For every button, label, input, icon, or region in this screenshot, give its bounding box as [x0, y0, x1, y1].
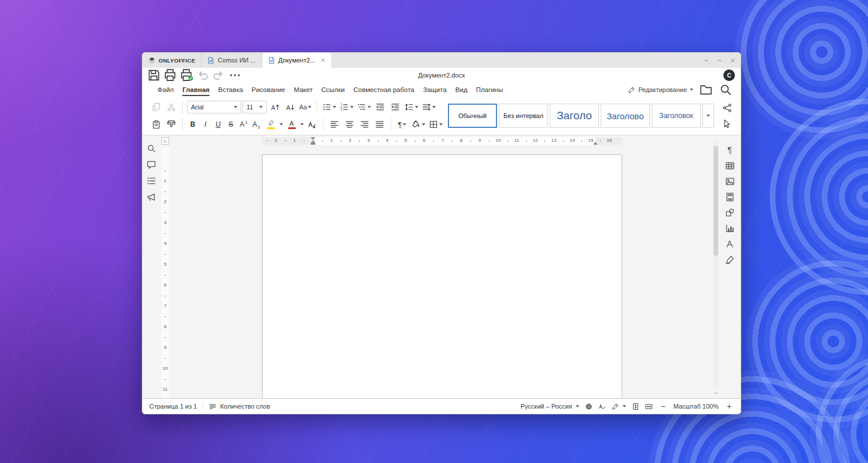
- chevron-down-icon[interactable]: [279, 123, 283, 126]
- menu-protection[interactable]: Защита: [423, 86, 447, 93]
- vertical-scrollbar[interactable]: [713, 138, 718, 388]
- save-button[interactable]: [147, 69, 161, 82]
- bullet-list-button[interactable]: [321, 100, 337, 114]
- increase-indent-button[interactable]: [388, 100, 402, 114]
- chevron-down-icon: [403, 123, 406, 126]
- fit-page-button[interactable]: [632, 403, 639, 410]
- spellcheck-icon: [598, 403, 606, 410]
- left-panel: [142, 135, 160, 398]
- header-footer-settings-button[interactable]: [725, 192, 735, 202]
- align-center-button[interactable]: [343, 117, 356, 131]
- clear-formatting-button[interactable]: [305, 117, 319, 131]
- shape-settings-button[interactable]: [725, 208, 735, 218]
- word-count-button[interactable]: Количество слов: [209, 403, 270, 410]
- ruler-number: 10: [495, 138, 502, 143]
- scrollbar-thumb[interactable]: [713, 146, 718, 256]
- feedback-panel-button[interactable]: [146, 192, 156, 202]
- right-indent-marker[interactable]: [593, 142, 598, 145]
- signature-settings-button[interactable]: [725, 255, 735, 264]
- ruler-number: 8: [458, 138, 465, 143]
- language-selector[interactable]: Русский – Россия: [521, 403, 579, 410]
- bold-button[interactable]: B: [187, 117, 198, 131]
- search-panel-button[interactable]: [146, 144, 156, 153]
- style-label: Без интервал: [503, 112, 543, 119]
- quick-print-button[interactable]: [179, 69, 193, 82]
- chevron-down-icon: [333, 106, 336, 108]
- chart-settings-button[interactable]: [725, 223, 735, 233]
- customize-quick-access-button[interactable]: [228, 69, 242, 82]
- menu-draw[interactable]: Рисование: [252, 86, 285, 93]
- nonprinting-characters-button[interactable]: ¶: [395, 117, 409, 131]
- zoom-in-button[interactable]: +: [724, 402, 734, 411]
- multilevel-list-button[interactable]: [356, 100, 372, 114]
- tab-document-2[interactable]: Документ2...: [262, 53, 332, 68]
- ruler-tick: [470, 140, 471, 142]
- align-right-button[interactable]: [358, 117, 372, 131]
- paragraph-settings-button[interactable]: ¶: [727, 145, 732, 155]
- menu-home[interactable]: Главная: [182, 86, 209, 93]
- document-page[interactable]: [262, 155, 622, 398]
- menu-file[interactable]: Файл: [157, 86, 174, 93]
- chevron-down-icon[interactable]: [300, 123, 304, 126]
- superscript-button[interactable]: A 1: [238, 117, 249, 131]
- numbered-list-button[interactable]: [339, 100, 355, 114]
- fit-width-button[interactable]: [645, 403, 653, 410]
- track-changes-button[interactable]: [612, 403, 626, 410]
- redo-button[interactable]: [212, 69, 226, 82]
- decrease-indent-button[interactable]: [373, 100, 387, 114]
- tab-stop-selector[interactable]: L: [161, 137, 169, 145]
- strikethrough-button[interactable]: S: [225, 117, 237, 131]
- shading-color-button[interactable]: [410, 117, 426, 131]
- onlyoffice-window: ONLYOFFICE Comss ИИ ... Документ2...: [142, 52, 741, 414]
- close-tab-icon[interactable]: [320, 57, 326, 63]
- style-heading-1[interactable]: Заголо: [550, 104, 599, 128]
- increase-font-button[interactable]: [268, 100, 282, 114]
- v-ruler[interactable]: 1234567891011: [161, 146, 169, 398]
- menu-references[interactable]: Ссылки: [321, 86, 345, 93]
- open-file-location-button[interactable]: [699, 83, 713, 96]
- style-normal[interactable]: Обычный: [448, 104, 497, 128]
- style-heading-2[interactable]: Заголово: [601, 104, 650, 128]
- comments-panel-button[interactable]: [146, 160, 156, 170]
- copy-style-button[interactable]: [164, 117, 178, 131]
- table-settings-button[interactable]: [725, 161, 735, 171]
- change-case-button[interactable]: Aa: [298, 100, 312, 114]
- align-justify-button[interactable]: [373, 117, 387, 131]
- navigation-panel-button[interactable]: [146, 176, 156, 186]
- undo-button[interactable]: [196, 69, 209, 82]
- font-color-button[interactable]: A: [284, 117, 299, 131]
- ruler-number: 4: [161, 241, 169, 246]
- highlight-color-button[interactable]: [263, 117, 278, 131]
- set-document-language-button[interactable]: [585, 403, 593, 410]
- subscript-button[interactable]: A 1: [251, 117, 262, 131]
- borders-button[interactable]: [428, 117, 444, 131]
- search-button[interactable]: [719, 83, 733, 96]
- menu-collaboration[interactable]: Совместная работа: [354, 86, 414, 93]
- editing-mode-selector[interactable]: Редактирование: [628, 86, 693, 94]
- line-spacing-button[interactable]: [403, 100, 420, 114]
- align-left-button[interactable]: [328, 117, 341, 131]
- image-settings-button[interactable]: [725, 177, 735, 186]
- style-heading-3[interactable]: Заголовок: [652, 104, 701, 128]
- left-indent-marker[interactable]: [311, 143, 315, 145]
- style-no-spacing[interactable]: Без интервал: [499, 104, 548, 128]
- paragraph-spacing-button[interactable]: [421, 100, 437, 114]
- zoom-out-button[interactable]: −: [659, 402, 668, 411]
- font-size-select[interactable]: 11: [242, 101, 267, 113]
- menu-view[interactable]: Вид: [455, 86, 468, 93]
- window-header: Документ2.docx C: [142, 68, 741, 83]
- italic-button[interactable]: I: [200, 117, 211, 131]
- ruler-tick: [563, 140, 564, 142]
- h-ruler[interactable]: 2112345678910111213141516: [262, 137, 622, 145]
- decrease-font-button[interactable]: [283, 100, 297, 114]
- underline-button[interactable]: U: [212, 117, 224, 131]
- print-button[interactable]: [163, 69, 177, 82]
- menu-layout[interactable]: Макет: [294, 86, 313, 93]
- spellcheck-button[interactable]: [598, 403, 606, 410]
- page-indicator[interactable]: Страница 1 из 1: [149, 403, 197, 410]
- paste-button[interactable]: [149, 117, 163, 131]
- menu-insert[interactable]: Вставка: [218, 86, 243, 93]
- menu-plugins[interactable]: Плагины: [476, 86, 503, 93]
- text-art-settings-button[interactable]: [725, 239, 735, 249]
- status-bar-right: Русский – Россия − Масштаб 100% +: [521, 402, 734, 411]
